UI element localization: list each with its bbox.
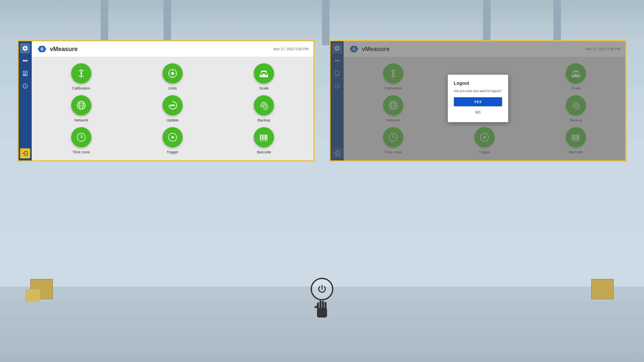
settings-trigger-2[interactable]: Trigger [441, 127, 528, 154]
sidebar-log-icon-2[interactable]: LOG [332, 68, 342, 78]
beam [101, 0, 108, 45]
units-label: Units [168, 86, 177, 90]
svg-rect-85 [579, 134, 579, 140]
settings-timezone[interactable]: Time zone [38, 127, 124, 154]
svg-rect-82 [574, 134, 575, 140]
settings-scale[interactable]: Scale [221, 63, 307, 90]
svg-rect-48 [260, 141, 268, 141]
settings-network[interactable]: Network [38, 95, 124, 122]
svg-rect-86 [572, 141, 580, 141]
svg-text:i: i [337, 84, 338, 88]
svg-rect-46 [265, 134, 266, 140]
screen-1-header: vMeasure Nov 17, 2022 5:50 PM [32, 41, 313, 57]
scale-icon [254, 63, 274, 83]
logout-yes-button[interactable]: YES [454, 97, 502, 106]
svg-rect-45 [264, 134, 264, 140]
svg-rect-65 [575, 74, 577, 75]
update-label: Update [167, 118, 179, 122]
trigger-label-2: Trigger [479, 150, 491, 154]
svg-rect-47 [267, 134, 267, 140]
sidebar-2: LOG i [331, 41, 344, 160]
svg-rect-0 [23, 60, 28, 61]
app-title-2: vMeasure [362, 46, 390, 53]
svg-rect-49 [335, 60, 340, 61]
sidebar-info-icon-2[interactable]: i [332, 81, 342, 91]
vmeasure-logo-1 [37, 44, 47, 54]
settings-trigger[interactable]: Trigger [129, 127, 216, 154]
svg-rect-25 [263, 74, 265, 75]
settings-units[interactable]: Units [129, 63, 216, 90]
settings-calibration-2[interactable]: Calibration [350, 63, 436, 90]
settings-scale-2[interactable]: Scale [533, 63, 619, 90]
svg-point-67 [575, 72, 576, 73]
trigger-icon [163, 127, 183, 147]
prop-box [25, 289, 40, 302]
backup-label-2: Backup [570, 118, 582, 122]
settings-barcode[interactable]: Barcode [221, 127, 307, 154]
svg-marker-33 [168, 105, 170, 107]
calibration-label-2: Calibration [384, 86, 402, 90]
svg-rect-2 [26, 59, 27, 61]
backup-icon-2 [566, 95, 586, 115]
sidebar-measure-icon-2[interactable] [332, 56, 342, 66]
svg-rect-50 [336, 59, 336, 61]
trigger-label: Trigger [167, 150, 179, 154]
svg-text:i: i [25, 84, 26, 88]
backup-icon [254, 95, 274, 115]
screens-container: LOG i vMeasure Nov 17, 2022 [18, 40, 626, 161]
settings-calibration[interactable]: Calibration [38, 63, 124, 90]
datetime-1: Nov 17, 2022 5:50 PM [273, 47, 308, 51]
svg-rect-66 [573, 71, 579, 72]
calibration-label: Calibration [72, 86, 90, 90]
barcode-label-2: Barcode [569, 150, 583, 154]
settings-update[interactable]: Update [129, 95, 216, 122]
svg-rect-1 [24, 59, 24, 61]
svg-rect-26 [261, 71, 267, 72]
svg-point-27 [263, 72, 264, 73]
sidebar-log-icon[interactable]: LOG [20, 68, 30, 78]
svg-text:LOG: LOG [335, 74, 339, 76]
logout-dialog-title: Logout [454, 81, 502, 86]
screen-2-header: vMeasure Nov 17, 2022 5:58 PM [344, 41, 625, 57]
settings-backup[interactable]: Backup [221, 95, 307, 122]
svg-marker-41 [172, 136, 175, 139]
screen-1-content: vMeasure Nov 17, 2022 5:50 PM Calibratio… [32, 41, 313, 160]
sidebar-settings-icon-2[interactable] [332, 43, 342, 53]
svg-rect-81 [573, 134, 574, 140]
svg-rect-24 [260, 75, 268, 77]
settings-timezone-2[interactable]: Time zone [350, 127, 436, 154]
network-icon [71, 95, 91, 115]
svg-rect-83 [576, 134, 576, 140]
svg-text:LOG: LOG [23, 74, 27, 76]
calibration-icon-2 [383, 63, 403, 83]
sidebar-1: LOG i [19, 41, 32, 160]
svg-rect-51 [338, 59, 339, 61]
svg-rect-90 [319, 300, 321, 309]
logo-container-1: vMeasure [37, 44, 78, 54]
sidebar-logout-icon-2[interactable] [332, 148, 342, 158]
beam [164, 0, 171, 45]
logout-no-button[interactable]: NO [454, 108, 502, 116]
sidebar-info-icon[interactable]: i [20, 81, 30, 91]
settings-network-2[interactable]: Network [350, 95, 436, 122]
scale-label-2: Scale [571, 86, 581, 90]
svg-point-39 [81, 137, 82, 138]
beam [322, 0, 330, 45]
svg-point-19 [171, 72, 174, 75]
prop-box [591, 279, 614, 299]
sidebar-measure-icon[interactable] [20, 56, 30, 66]
svg-marker-79 [484, 136, 487, 139]
settings-barcode-2[interactable]: Barcode [533, 127, 619, 154]
timezone-label-2: Time zone [384, 150, 402, 154]
svg-rect-44 [262, 134, 263, 140]
settings-backup-2[interactable]: Backup [533, 95, 619, 122]
vmeasure-logo-2 [349, 44, 359, 54]
settings-grid-1: Calibration Units Scale [32, 57, 313, 160]
sidebar-logout-icon[interactable] [20, 148, 30, 158]
barcode-icon-2 [566, 127, 586, 147]
sidebar-settings-icon[interactable] [20, 43, 30, 53]
power-cursor-container [311, 278, 333, 324]
cursor-hand-svg [312, 298, 332, 321]
barcode-icon [254, 127, 274, 147]
power-button[interactable] [311, 278, 333, 300]
